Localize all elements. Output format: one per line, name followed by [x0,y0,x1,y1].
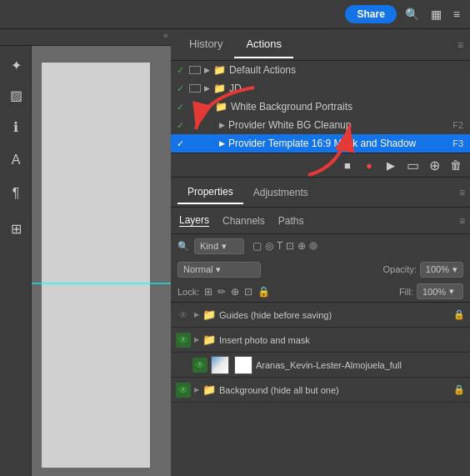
folder-icon-guides: 📁 [202,308,216,321]
smart-filter-icon[interactable]: ⊕ [298,240,306,252]
fill-label: Fill: [399,287,413,297]
chevron-right-icon: ▶ [204,66,210,74]
tab-adjustments[interactable]: Adjustments [243,182,318,203]
folder-icon-insert: 📁 [202,333,216,346]
lock-artboard-icon[interactable]: ⊡ [244,286,252,298]
eye-icon-guides[interactable]: 👁 [176,308,191,323]
right-panel: History Actions ≡ ✓ ▶ 📁 Default Actions … [171,29,470,476]
collapse-left-arrow[interactable]: « [163,31,168,40]
type-filter-icon[interactable]: T [277,240,282,252]
layer-thumb-aranas-mask [234,356,252,374]
new-action-button[interactable]: ⊕ [427,158,442,173]
layer-lock-background: 🔒 [453,384,465,395]
fkey-label: F2 [452,120,467,130]
shape-filter-icon[interactable]: ⊡ [286,240,294,252]
fill-arrow: ▾ [449,286,454,297]
blend-mode-arrow: ▾ [216,264,221,275]
panels-icon[interactable]: ▦ [428,6,445,23]
layer-chevron-background: ▶ [194,386,199,393]
canvas-area: ✦ ▨ ℹ A ¶ ⊞ [0,46,171,476]
action-item-provider-white[interactable]: ✓ ▶ Provider White BG Cleanup F2 [171,116,470,134]
lock-all-icon[interactable]: 🔒 [258,286,270,298]
eye-icon-insert-photo[interactable]: 👁 [176,333,191,348]
tab-paths[interactable]: Paths [278,215,304,227]
layer-item-aranas[interactable]: 👁 Aranas_Kevin-Lester-Almojuela_full [171,353,470,378]
fkey-label: F3 [452,138,467,148]
folder-icon: 📁 [215,101,228,113]
action-label: Default Actions [229,64,296,76]
opacity-label: Opacity: [383,264,417,274]
check-icon: ✓ [174,83,186,94]
check-icon: ✓ [174,138,186,149]
blend-mode-dropdown[interactable]: Normal ▾ [178,262,261,278]
opacity-arrow: ▾ [452,264,458,275]
layer-chevron-insert: ▶ [194,336,199,343]
folder-icon-background: 📁 [202,383,216,396]
layer-color-dot [309,242,318,250]
share-button[interactable]: Share [345,5,396,23]
text-tool[interactable]: A [0,144,32,176]
layer-name-insert: Insert photo and mask [219,335,465,345]
eye-icon-background[interactable]: 👁 [176,383,191,398]
lock-label: Lock: [178,287,199,297]
paragraph-tool[interactable]: ¶ [0,178,32,209]
layer-item-background[interactable]: 👁 ▶ 📁 Background (hide all but one) 🔒 [171,378,470,403]
more-icon[interactable]: ≡ [450,6,463,23]
fill-section: Fill: 100% ▾ [399,283,463,299]
blend-mode-label: Normal [183,264,212,274]
kind-dropdown-arrow: ▾ [222,241,227,252]
info-tool[interactable]: ℹ [0,111,32,143]
opacity-control: Opacity: 100% ▾ [383,262,464,278]
layers-menu-icon[interactable]: ≡ [459,215,465,227]
layer-name-background: Background (hide all but one) [219,385,450,395]
histogram-tool[interactable]: ▨ [0,79,32,111]
top-bar: Share 🔍 ▦ ≡ [0,0,470,29]
folder-icon: 📁 [213,64,226,76]
action-item-white-bg[interactable]: ✓ ▼ 📁 White Background Portraits [171,98,470,116]
tab-actions[interactable]: Actions [234,31,293,58]
lock-fill-row: Lock: ⊞ ✏ ⊕ ⊡ 🔒 Fill: 100% ▾ [171,281,470,303]
lock-position-icon[interactable]: ⊕ [231,286,239,298]
actions-toolbar: ■ ● ▶ ▭ ⊕ 🗑 [171,153,470,178]
fill-value[interactable]: 100% ▾ [417,283,463,299]
layer-item-guides[interactable]: 👁 ▶ 📁 Guides (hide before saving) 🔒 [171,303,470,328]
panel-options-icon[interactable]: ≡ [458,39,463,51]
search-kind-icon: 🔍 [178,241,189,252]
actions-list: ✓ ▶ 📁 Default Actions ✓ ▶ 📁 JD ✓ ▼ 📁 Whi… [171,61,470,153]
action-item-default[interactable]: ✓ ▶ 📁 Default Actions [171,61,470,79]
chevron-right-icon: ▶ [219,121,225,129]
properties-adjustments-tabs: Properties Adjustments ≡ [171,178,470,208]
lock-transparent-icon[interactable]: ⊞ [204,286,212,298]
layers-tabs: Layers Channels Paths ≡ [171,208,470,234]
chevron-right-icon: ▶ [219,139,225,148]
lock-image-icon[interactable]: ✏ [218,286,226,298]
opacity-value[interactable]: 100% ▾ [420,262,463,278]
stop-button[interactable]: ■ [340,158,355,173]
fill-display: 100% [422,287,446,297]
image-tool[interactable]: ⊞ [0,213,32,244]
chevron-down-icon: ▼ [204,103,212,111]
tab-layers[interactable]: Layers [179,214,209,227]
record-button[interactable]: ● [362,158,377,173]
action-label: JD [229,83,242,94]
action-item-provider-template[interactable]: ✓ ▶ Provider Template 16:9 Mask and Shad… [171,134,470,153]
tab-channels[interactable]: Channels [222,215,265,227]
history-actions-tabs: History Actions ≡ [171,29,470,61]
layer-item-insert-photo[interactable]: 👁 ▶ 📁 Insert photo and mask [171,328,470,353]
tab-properties[interactable]: Properties [178,181,243,204]
adjustment-filter-icon[interactable]: ◎ [265,240,273,252]
new-set-button[interactable]: ▭ [405,158,420,173]
opacity-display: 100% [426,264,449,274]
kind-dropdown[interactable]: Kind ▾ [194,238,244,254]
tab-history[interactable]: History [178,31,234,58]
pixel-filter-icon[interactable]: ▢ [252,240,262,252]
search-icon[interactable]: 🔍 [402,6,422,23]
action-item-jd[interactable]: ✓ ▶ 📁 JD [171,79,470,98]
folder-icon: 📁 [213,83,226,94]
delete-button[interactable]: 🗑 [448,158,463,173]
properties-menu-icon[interactable]: ≡ [459,187,465,198]
eye-icon-aranas[interactable]: 👁 [192,358,208,373]
check-icon: ✓ [174,65,186,76]
play-button[interactable]: ▶ [383,158,398,173]
compass-tool[interactable]: ✦ [0,49,32,81]
